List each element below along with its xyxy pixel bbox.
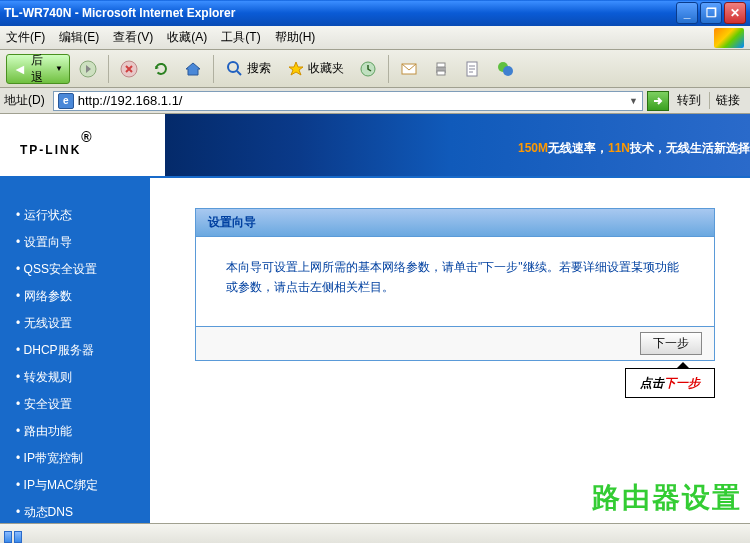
search-button[interactable]: 搜索 bbox=[220, 55, 277, 83]
stop-button[interactable] bbox=[115, 55, 143, 83]
annotation-callout: 点击下一步 bbox=[625, 368, 715, 398]
sidebar-item-wizard[interactable]: 设置向导 bbox=[0, 229, 150, 256]
wizard-footer: 下一步 bbox=[196, 327, 714, 360]
sidebar-item-bandwidth[interactable]: IP带宽控制 bbox=[0, 445, 150, 472]
go-label[interactable]: 转到 bbox=[673, 92, 705, 109]
svg-point-2 bbox=[228, 62, 238, 72]
go-button[interactable] bbox=[647, 91, 669, 111]
wizard-title: 设置向导 bbox=[196, 209, 714, 237]
separator bbox=[388, 55, 389, 83]
wizard-body: 本向导可设置上网所需的基本网络参数，请单击"下一步"继续。若要详细设置某项功能或… bbox=[196, 237, 714, 327]
status-bar bbox=[0, 523, 750, 543]
svg-rect-7 bbox=[437, 71, 445, 75]
menu-view[interactable]: 查看(V) bbox=[113, 29, 153, 46]
go-arrow-icon bbox=[652, 95, 664, 107]
links-label[interactable]: 链接 bbox=[709, 92, 746, 109]
menu-tools[interactable]: 工具(T) bbox=[221, 29, 260, 46]
menu-bar: 文件(F) 编辑(E) 查看(V) 收藏(A) 工具(T) 帮助(H) bbox=[0, 26, 750, 50]
messenger-button[interactable] bbox=[491, 55, 519, 83]
separator bbox=[213, 55, 214, 83]
window-titlebar: TL-WR740N - Microsoft Internet Explorer … bbox=[0, 0, 750, 26]
minimize-button[interactable]: _ bbox=[676, 2, 698, 24]
back-arrow-icon: ◄ bbox=[13, 61, 27, 77]
svg-point-10 bbox=[503, 66, 513, 76]
svg-rect-6 bbox=[437, 63, 445, 67]
menu-edit[interactable]: 编辑(E) bbox=[59, 29, 99, 46]
main-panel: 设置向导 本向导可设置上网所需的基本网络参数，请单击"下一步"继续。若要详细设置… bbox=[150, 178, 750, 524]
mail-button[interactable] bbox=[395, 55, 423, 83]
address-bar: 地址(D) e ▼ 转到 链接 bbox=[0, 88, 750, 114]
menu-help[interactable]: 帮助(H) bbox=[275, 29, 316, 46]
history-button[interactable] bbox=[354, 55, 382, 83]
url-input[interactable] bbox=[78, 93, 629, 108]
maximize-button[interactable]: ❐ bbox=[700, 2, 722, 24]
sidebar-item-dhcp[interactable]: DHCP服务器 bbox=[0, 337, 150, 364]
star-icon bbox=[287, 60, 305, 78]
chevron-down-icon: ▼ bbox=[55, 64, 63, 73]
print-button[interactable] bbox=[427, 55, 455, 83]
sidebar-item-network[interactable]: 网络参数 bbox=[0, 283, 150, 310]
forward-button[interactable] bbox=[74, 55, 102, 83]
sidebar-item-forwarding[interactable]: 转发规则 bbox=[0, 364, 150, 391]
callout-action: 下一步 bbox=[664, 376, 700, 390]
chevron-down-icon[interactable]: ▼ bbox=[629, 96, 638, 106]
ie-logo-icon bbox=[714, 28, 744, 48]
wizard-panel: 设置向导 本向导可设置上网所需的基本网络参数，请单击"下一步"继续。若要详细设置… bbox=[195, 208, 715, 361]
favorites-label: 收藏夹 bbox=[308, 60, 344, 77]
address-label: 地址(D) bbox=[4, 92, 45, 109]
content-area: 运行状态 设置向导 QSS安全设置 网络参数 无线设置 DHCP服务器 转发规则… bbox=[0, 178, 750, 524]
callout-prefix: 点击 bbox=[640, 376, 664, 390]
menu-favorites[interactable]: 收藏(A) bbox=[167, 29, 207, 46]
tp-link-banner: TP-LINK® 150M无线速率，11N技术，无线生活新选择 bbox=[0, 114, 750, 178]
edit-button[interactable] bbox=[459, 55, 487, 83]
sidebar-item-ddns[interactable]: 动态DNS bbox=[0, 499, 150, 526]
sidebar-item-wireless[interactable]: 无线设置 bbox=[0, 310, 150, 337]
brand-logo: TP-LINK® bbox=[20, 129, 94, 161]
search-label: 搜索 bbox=[247, 60, 271, 77]
back-button[interactable]: ◄ 后退 ▼ bbox=[6, 54, 70, 84]
progress-blocks bbox=[4, 531, 22, 543]
close-button[interactable]: ✕ bbox=[724, 2, 746, 24]
back-label: 后退 bbox=[31, 52, 51, 86]
sidebar-nav: 运行状态 设置向导 QSS安全设置 网络参数 无线设置 DHCP服务器 转发规则… bbox=[0, 178, 150, 524]
favorites-button[interactable]: 收藏夹 bbox=[281, 55, 350, 83]
window-title: TL-WR740N - Microsoft Internet Explorer bbox=[4, 6, 674, 20]
sidebar-item-routing[interactable]: 路由功能 bbox=[0, 418, 150, 445]
search-icon bbox=[226, 60, 244, 78]
sidebar-item-ipmac[interactable]: IP与MAC绑定 bbox=[0, 472, 150, 499]
sidebar-item-security[interactable]: 安全设置 bbox=[0, 391, 150, 418]
toolbar: ◄ 后退 ▼ 搜索 收藏夹 bbox=[0, 50, 750, 88]
address-input-container[interactable]: e ▼ bbox=[53, 91, 643, 111]
banner-slogan: 150M无线速率，11N技术，无线生活新选择 bbox=[518, 132, 750, 158]
sidebar-item-status[interactable]: 运行状态 bbox=[0, 202, 150, 229]
page-icon: e bbox=[58, 93, 74, 109]
next-button[interactable]: 下一步 bbox=[640, 332, 702, 355]
menu-file[interactable]: 文件(F) bbox=[6, 29, 45, 46]
separator bbox=[108, 55, 109, 83]
refresh-button[interactable] bbox=[147, 55, 175, 83]
home-button[interactable] bbox=[179, 55, 207, 83]
watermark-text: 路由器设置 bbox=[592, 479, 742, 517]
sidebar-item-qss[interactable]: QSS安全设置 bbox=[0, 256, 150, 283]
